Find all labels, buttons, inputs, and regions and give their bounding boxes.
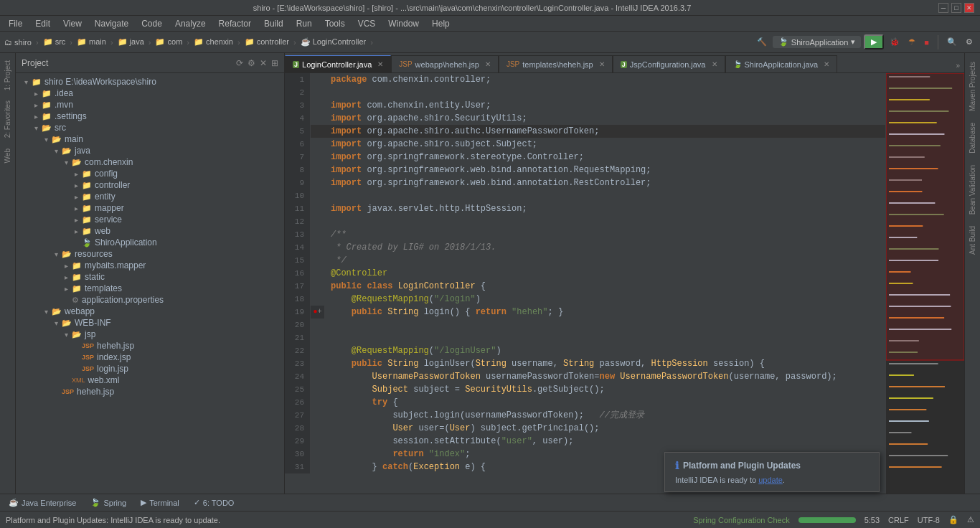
tree-item[interactable]: 📁web: [16, 225, 284, 237]
line-content[interactable]: public class LoginController {: [325, 280, 885, 293]
bottom-tab-terminal[interactable]: ▶ Terminal: [135, 496, 185, 509]
line-content[interactable]: import org.apache.shiro.subject.Subject;: [325, 138, 885, 151]
tree-item[interactable]: 📁.idea: [16, 88, 284, 99]
tree-item[interactable]: 📁static: [16, 271, 284, 283]
line-content[interactable]: import org.springframework.web.bind.anno…: [325, 164, 885, 176]
tree-item[interactable]: 📂java: [16, 145, 284, 156]
line-content[interactable]: import javax.servlet.http.HttpSession;: [325, 202, 885, 215]
notification-update-link[interactable]: update: [758, 476, 783, 484]
tree-item[interactable]: 📁templates: [16, 283, 284, 294]
maximize-button[interactable]: □: [951, 3, 961, 13]
tab-close-3[interactable]: ✕: [599, 60, 605, 68]
gear-icon[interactable]: ⚙: [248, 58, 255, 68]
line-content[interactable]: [325, 189, 885, 202]
menu-item-navigate[interactable]: Navigate: [89, 17, 134, 30]
tab-shiroapplication[interactable]: 🍃 ShiroApplication.java ✕: [725, 55, 838, 72]
line-content[interactable]: [325, 86, 885, 99]
right-tab-maven[interactable]: Maven Projects: [966, 56, 979, 117]
line-content[interactable]: [325, 331, 885, 344]
bottom-tab-spring[interactable]: 🍃 Spring: [85, 496, 132, 509]
tab-close[interactable]: ✕: [377, 60, 383, 68]
tab-close-4[interactable]: ✕: [712, 60, 717, 68]
menu-item-refactor[interactable]: Refactor: [213, 17, 257, 30]
breadcrumb-src[interactable]: 📁 src: [43, 37, 66, 47]
breadcrumb-main[interactable]: 📁 main: [77, 37, 106, 47]
right-tab-ant-build[interactable]: Ant Build: [966, 220, 979, 260]
menu-item-run[interactable]: Run: [291, 17, 318, 30]
tree-item[interactable]: 📁controller: [16, 179, 284, 191]
tree-item[interactable]: 📂webapp: [16, 306, 284, 317]
tab-logincontroller[interactable]: J LoginController.java ✕: [285, 55, 391, 72]
close-button[interactable]: ✕: [964, 3, 974, 13]
menu-item-build[interactable]: Build: [258, 17, 289, 30]
build-button[interactable]: 🔨: [754, 36, 770, 48]
bottom-tab-todo[interactable]: ✓ 6: TODO: [188, 496, 240, 509]
line-content[interactable]: [325, 319, 885, 331]
line-content[interactable]: import com.chenxin.entity.User;: [325, 99, 885, 112]
tree-item[interactable]: JSPheheh.jsp: [16, 340, 284, 352]
settings-button[interactable]: ⚙: [963, 36, 976, 48]
line-content[interactable]: /**: [325, 228, 885, 241]
tree-item[interactable]: 📁shiro E:\ideaWorkspace\shiro: [16, 76, 284, 88]
breadcrumb-java[interactable]: 📁 java: [118, 37, 144, 47]
tree-item[interactable]: 📁.mvn: [16, 99, 284, 110]
line-content[interactable]: @Controller: [325, 267, 885, 280]
line-content[interactable]: [325, 215, 885, 228]
encoding[interactable]: UTF-8: [918, 516, 940, 524]
menu-item-help[interactable]: Help: [426, 17, 456, 30]
run-button[interactable]: ▶: [864, 34, 884, 50]
line-content[interactable]: import org.springframework.stereotype.Co…: [325, 151, 885, 164]
tree-item[interactable]: 🍃ShiroApplication: [16, 237, 284, 248]
tree-item[interactable]: 📂WEB-INF: [16, 317, 284, 329]
coverage-button[interactable]: ☂: [905, 36, 918, 48]
tree-item[interactable]: 📁mapper: [16, 202, 284, 214]
tab-close-2[interactable]: ✕: [485, 60, 491, 68]
line-content[interactable]: Subject subject = SecurityUtils.getSubje…: [325, 383, 885, 396]
breadcrumb-controller[interactable]: 📁 controller: [245, 37, 289, 47]
line-content[interactable]: import org.apache.shiro.authc.UsernamePa…: [325, 125, 885, 138]
breadcrumb-chenxin[interactable]: 📁 chenxin: [194, 37, 233, 47]
stop-button[interactable]: ■: [921, 37, 932, 48]
line-content[interactable]: public String login() { return "heheh"; …: [325, 306, 885, 319]
line-content[interactable]: package com.chenxin.controller;: [325, 73, 885, 86]
tree-item[interactable]: 📁mybaits.mapper: [16, 260, 284, 271]
app-config-button[interactable]: 🍃 ShiroApplication ▾: [773, 36, 862, 48]
left-vtab-web[interactable]: Web: [1, 144, 14, 167]
tree-item[interactable]: 📁service: [16, 214, 284, 225]
sync-icon[interactable]: ⟳: [236, 58, 243, 68]
bottom-tab-java-enterprise[interactable]: ☕ Java Enterprise: [3, 496, 82, 509]
tab-overflow[interactable]: »: [951, 59, 964, 72]
line-content[interactable]: @RequestMapping("/loginUser"): [325, 344, 885, 357]
minimize-button[interactable]: ─: [938, 3, 948, 13]
right-tab-bean-validation[interactable]: Bean Validation: [966, 159, 979, 220]
line-content[interactable]: * Created by LIG# on 2018/1/13.: [325, 241, 885, 254]
tree-item[interactable]: JSPlogin.jsp: [16, 363, 284, 374]
menu-item-code[interactable]: Code: [136, 17, 168, 30]
line-content[interactable]: @RequestMapping("/login"): [325, 293, 885, 306]
debug-button[interactable]: 🐞: [887, 36, 903, 48]
search-everywhere-button[interactable]: 🔍: [944, 36, 960, 48]
menu-item-analyze[interactable]: Analyze: [169, 17, 212, 30]
menu-item-window[interactable]: Window: [382, 17, 425, 30]
line-content[interactable]: try {: [325, 396, 885, 409]
tree-item[interactable]: 📂main: [16, 133, 284, 145]
tree-item[interactable]: 📁config: [16, 168, 284, 179]
line-content[interactable]: import org.apache.shiro.SecurityUtils;: [325, 112, 885, 125]
tree-item[interactable]: XMLweb.xml: [16, 374, 284, 386]
tree-item[interactable]: JSPindex.jsp: [16, 352, 284, 363]
line-content[interactable]: User user=(User) subject.getPrincipal();: [325, 422, 885, 435]
tree-item[interactable]: 📁.settings: [16, 110, 284, 122]
line-content[interactable]: */: [325, 254, 885, 267]
breadcrumb-shiro[interactable]: 🗂 shiro: [4, 38, 32, 47]
tab-jspconfiguration[interactable]: J JspConfiguration.java ✕: [613, 55, 725, 72]
tree-item[interactable]: 📂src: [16, 122, 284, 133]
breadcrumb-file[interactable]: ☕ LoginController: [301, 37, 367, 47]
menu-item-edit[interactable]: Edit: [29, 17, 56, 30]
hide-icon[interactable]: ✕: [260, 58, 267, 68]
line-content[interactable]: public String loginUser(String username,…: [325, 357, 885, 370]
menu-item-view[interactable]: View: [57, 17, 88, 30]
tab-close-5[interactable]: ✕: [824, 60, 829, 68]
tree-item[interactable]: 📁entity: [16, 191, 284, 202]
spring-config-status[interactable]: Spring Configuration Check: [693, 516, 790, 524]
code-editor[interactable]: 1package com.chenxin.controller;2 3impor…: [285, 73, 885, 494]
